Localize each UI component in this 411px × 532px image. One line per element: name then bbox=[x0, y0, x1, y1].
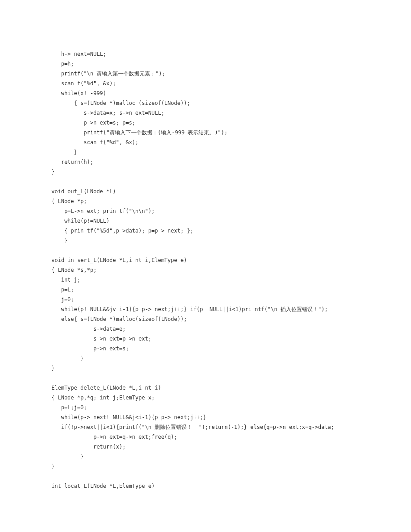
code-line: s->data=e; bbox=[51, 324, 360, 334]
code-line: s->n ext=p->n ext; bbox=[51, 334, 360, 344]
code-line: printf("请输入下一个数据：(输入-999 表示结束。)"); bbox=[51, 128, 360, 137]
code-line: while(p!=NULL) bbox=[51, 216, 360, 226]
code-line: void in sert_L(LNode *L,i nt i,ElemType … bbox=[51, 255, 360, 265]
code-line: } bbox=[51, 461, 360, 471]
code-line: s->data=x; s->n ext=NULL; bbox=[51, 108, 360, 118]
code-line: { prin tf("%5d",p->data); p=p-> next; }; bbox=[51, 226, 360, 236]
code-line: return(h); bbox=[51, 157, 360, 167]
code-line: scan f("%d", &x); bbox=[51, 79, 360, 88]
code-line: } bbox=[51, 236, 360, 245]
code-line: p->n ext=s; p=s; bbox=[51, 118, 360, 128]
code-line: int locat_L(LNode *L,ElemType e) bbox=[51, 481, 360, 491]
code-line: return(x); bbox=[51, 442, 360, 452]
code-line: } bbox=[51, 147, 360, 157]
code-line: { LNode *s,*p; bbox=[51, 265, 360, 275]
code-line: p=L;j=0; bbox=[51, 403, 360, 412]
code-line: { LNode *p,*q; int j;ElemType x; bbox=[51, 393, 360, 403]
code-line: p=h; bbox=[51, 59, 360, 69]
code-line: } bbox=[51, 452, 360, 461]
code-line: printf("\n 请输入第一个数据元素："); bbox=[51, 69, 360, 79]
code-line bbox=[51, 373, 360, 383]
code-line bbox=[51, 177, 360, 187]
code-line: ElemType delete_L(LNode *L,i nt i) bbox=[51, 383, 360, 393]
code-line: } bbox=[51, 167, 360, 177]
code-line: while(x!=-999) bbox=[51, 88, 360, 98]
code-line: h-> next=NULL; bbox=[51, 49, 360, 59]
code-line: } bbox=[51, 363, 360, 373]
code-line: int j; bbox=[51, 275, 360, 285]
code-line: void out_L(LNode *L) bbox=[51, 187, 360, 196]
code-line: else{ s=(LNode *)malloc(sizeof(LNode)); bbox=[51, 314, 360, 324]
code-line: scan f("%d", &x); bbox=[51, 137, 360, 147]
code-line: { s=(LNode *)malloc (sizeof(LNode)); bbox=[51, 98, 360, 108]
code-line: p=L; bbox=[51, 285, 360, 295]
code-line bbox=[51, 471, 360, 481]
code-line: p=L->n ext; prin tf("\n\n"); bbox=[51, 206, 360, 216]
code-line: j=0; bbox=[51, 295, 360, 304]
document-page: h-> next=NULL; p=h; printf("\n 请输入第一个数据元… bbox=[0, 0, 411, 532]
code-line: p->n ext=q->n ext;free(q); bbox=[51, 432, 360, 442]
code-line: while(p-> next!=NULL&&j<i-1){p=p-> next;… bbox=[51, 412, 360, 422]
code-line: if(!p->next||i<1){printf("\n 删除位置错误！ ");… bbox=[51, 422, 360, 432]
code-block: h-> next=NULL; p=h; printf("\n 请输入第一个数据元… bbox=[51, 49, 360, 491]
code-line: while(p!=NULL&&jv=i-1){p=p-> next;j++;} … bbox=[51, 304, 360, 314]
code-line bbox=[51, 245, 360, 255]
code-line: } bbox=[51, 353, 360, 363]
code-line: { LNode *p; bbox=[51, 196, 360, 206]
code-line: p->n ext=s; bbox=[51, 344, 360, 353]
